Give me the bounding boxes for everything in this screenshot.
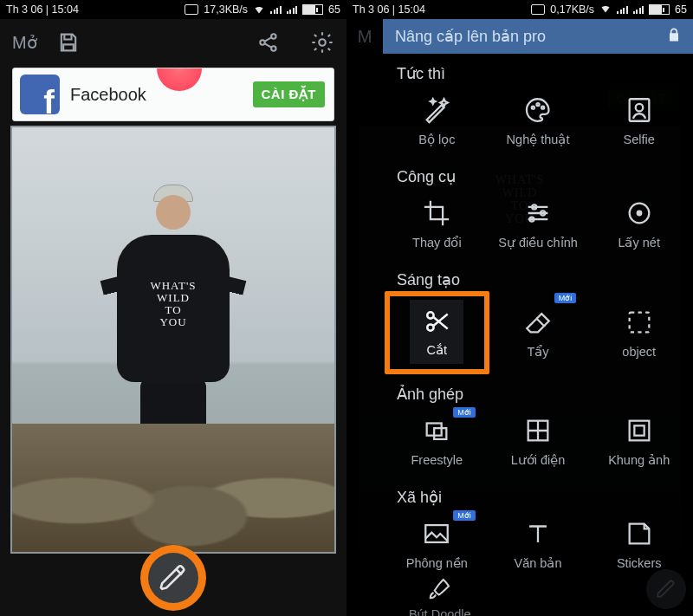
tool-label: Nghệ thuật (507, 133, 570, 146)
tool-adjust[interactable]: Sự điều chỉnh (488, 191, 589, 258)
svg-rect-22 (426, 525, 449, 542)
section-instant: Tức thì (383, 54, 693, 88)
dual-screenshot: Th 3 06 | 15:04 17,3KB/s 65 Mở (0, 0, 693, 616)
tool-label: object (622, 345, 656, 359)
sim-icon (185, 4, 198, 15)
svg-point-8 (635, 104, 643, 112)
tool-grid[interactable]: Lưới điện (488, 409, 589, 476)
tool-selfie[interactable]: Selfie (588, 88, 690, 155)
facebook-logo-icon (20, 75, 60, 114)
magic-wand-icon (420, 94, 453, 126)
scissors-icon (420, 305, 453, 338)
signal-1-icon (270, 5, 282, 14)
object-icon (623, 306, 656, 339)
new-badge: Mới (453, 407, 476, 418)
eraser-icon (521, 306, 554, 339)
tool-background[interactable]: Mới Phông nền (386, 512, 488, 579)
tool-frame[interactable]: Khung ảnh (588, 409, 690, 476)
sim-icon (531, 4, 545, 15)
portrait-icon (623, 94, 656, 126)
row-instant: Bộ lọc Nghệ thuật Selfie (383, 88, 693, 157)
frame-icon (623, 414, 656, 447)
status-bar: Th 3 06 | 15:04 17,3KB/s 65 (0, 0, 346, 19)
tool-freestyle[interactable]: Mới Freestyle (386, 409, 488, 476)
heart-icon (157, 68, 202, 91)
svg-point-1 (271, 34, 275, 38)
tool-filter[interactable]: Bộ lọc (386, 88, 488, 155)
upgrade-label: Nâng cấp lên bản pro (395, 27, 546, 46)
section-tools: Công cụ (383, 157, 693, 191)
open-button[interactable]: Mở (12, 32, 37, 53)
tool-label: Khung ảnh (608, 453, 670, 467)
tool-text[interactable]: Văn bản (488, 512, 589, 579)
wifi-icon (253, 4, 265, 15)
tool-label: Freestyle (411, 453, 463, 467)
row-creative: Cắt Mới Tẩy object (383, 295, 693, 374)
battery-icon (649, 4, 670, 15)
svg-point-0 (260, 40, 264, 44)
signal-1-icon (617, 5, 628, 14)
row-social: Mới Phông nền Văn bản Stickers (383, 512, 693, 580)
row-collage: Mới Freestyle Lưới điện Khung ảnh (383, 409, 693, 477)
tool-label: Lấy nét (618, 236, 660, 250)
sticker-icon (623, 517, 656, 550)
new-badge: Mới (453, 510, 476, 521)
tool-label: Selfie (624, 133, 655, 146)
battery-icon (302, 4, 323, 15)
svg-rect-16 (629, 312, 649, 332)
ad-banner[interactable]: Facebook CÀI ĐẶT (12, 68, 334, 121)
lock-icon (665, 26, 683, 48)
status-bar: Th 3 06 | 15:04 0,17KB/s 65 (346, 0, 693, 19)
tool-object[interactable]: object (588, 295, 690, 373)
sliders-icon (521, 197, 554, 230)
wifi-icon (599, 3, 612, 16)
tool-label: Sự điều chỉnh (498, 236, 578, 250)
tool-label: Thay đổi (412, 236, 462, 250)
svg-point-2 (271, 46, 275, 50)
row-doodle-partial: Bút Doodle (383, 580, 693, 615)
status-net-speed: 17,3KB/s (204, 3, 248, 16)
image-icon (420, 517, 453, 550)
upgrade-banner[interactable]: Nâng cấp lên bản pro (383, 19, 693, 54)
tool-art[interactable]: Nghệ thuật (488, 88, 589, 155)
ad-install-button[interactable]: CÀI ĐẶT (253, 81, 326, 107)
crop-icon (420, 197, 453, 230)
tool-cut[interactable]: Cắt (386, 295, 488, 373)
status-datetime: Th 3 06 | 15:04 (6, 3, 79, 16)
status-battery-pct: 65 (328, 3, 340, 16)
ad-title: Facebook (70, 85, 146, 105)
palette-icon (521, 94, 554, 126)
section-collage: Ảnh ghép (383, 374, 693, 409)
tool-label: Bút Doodle (409, 607, 471, 617)
svg-point-5 (536, 103, 539, 106)
tool-doodle[interactable]: Bút Doodle (386, 575, 494, 617)
svg-point-3 (319, 39, 325, 45)
canvas-area[interactable]: WHAT'S WILD TO YOU (0, 126, 346, 616)
edit-fab-highlight (140, 545, 206, 611)
tool-eraser[interactable]: Mới Tẩy (488, 295, 589, 373)
tool-label: Stickers (617, 556, 662, 570)
open-button-dim: M (346, 19, 383, 54)
svg-rect-18 (434, 428, 446, 439)
status-battery-pct: 65 (675, 3, 687, 16)
screen-left: Th 3 06 | 15:04 17,3KB/s 65 Mở (0, 0, 346, 616)
signal-2-icon (633, 5, 644, 14)
pencil-icon (159, 563, 188, 593)
editing-photo[interactable]: WHAT'S WILD TO YOU (10, 126, 336, 554)
svg-rect-21 (634, 425, 644, 435)
tool-label: Tẩy (527, 345, 548, 359)
signal-2-icon (287, 5, 298, 14)
tool-resize[interactable]: Thay đổi (386, 191, 488, 258)
save-icon[interactable] (56, 30, 81, 55)
tool-stickers[interactable]: Stickers (588, 512, 690, 579)
share-icon[interactable] (256, 30, 281, 55)
section-creative: Sáng tạo (383, 260, 693, 295)
tool-focus[interactable]: Lấy nét (588, 191, 690, 258)
tool-label: Văn bản (515, 556, 562, 570)
edit-button[interactable] (148, 553, 198, 603)
brush-icon (427, 575, 453, 601)
gear-icon[interactable] (310, 30, 334, 55)
section-social: Xã hội (383, 477, 693, 512)
text-icon (521, 517, 554, 550)
tool-label: Lưới điện (511, 453, 566, 467)
